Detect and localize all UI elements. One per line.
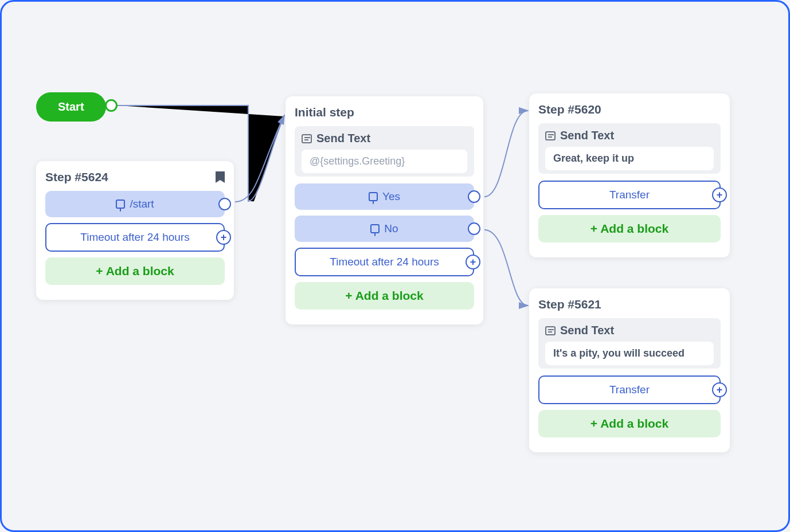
keyboard-block-no[interactable]: No — [295, 216, 474, 242]
step-node-5624[interactable]: Step #5624 /start Timeout after 24 hours… — [36, 161, 234, 300]
add-block-button[interactable]: + Add a block — [295, 282, 474, 310]
node-title: Step #5620 — [538, 103, 601, 116]
chat-icon — [545, 326, 556, 335]
timeout-label: Timeout after 24 hours — [330, 256, 439, 268]
keyboard-icon — [369, 192, 378, 201]
step-node-5621[interactable]: Step #5621 Send Text It's a pity, you wi… — [529, 288, 730, 452]
timeout-label: Timeout after 24 hours — [80, 231, 189, 243]
chat-icon — [302, 134, 312, 143]
send-text-label: Send Text — [316, 132, 370, 145]
add-block-label: + Add a block — [345, 289, 423, 302]
step-node-initial[interactable]: Initial step Send Text @{settings.Greeti… — [286, 96, 483, 324]
timeout-block[interactable]: Timeout after 24 hours + — [295, 248, 474, 276]
send-text-block[interactable]: Send Text It's a pity, you will succeed — [538, 318, 721, 369]
plus-icon[interactable]: + — [712, 187, 727, 202]
transfer-block[interactable]: Transfer + — [538, 181, 721, 209]
start-output-port[interactable] — [105, 99, 118, 112]
add-block-label: + Add a block — [96, 264, 174, 277]
add-block-button[interactable]: + Add a block — [45, 257, 225, 285]
plus-icon[interactable]: + — [466, 255, 480, 269]
add-block-button[interactable]: + Add a block — [538, 215, 721, 242]
start-label: Start — [58, 100, 84, 113]
keyboard-icon — [370, 224, 380, 233]
send-text-label: Send Text — [560, 129, 614, 142]
plus-icon[interactable]: + — [712, 382, 727, 397]
keyboard-label: /start — [130, 198, 154, 210]
timeout-block[interactable]: Timeout after 24 hours + — [45, 223, 225, 252]
output-port[interactable] — [468, 190, 480, 203]
add-block-label: + Add a block — [590, 222, 668, 235]
bookmark-icon — [216, 171, 225, 183]
node-title: Step #5621 — [538, 298, 601, 311]
send-text-body[interactable]: Great, keep it up — [545, 147, 714, 170]
node-title: Initial step — [295, 105, 354, 119]
send-text-block[interactable]: Send Text Great, keep it up — [538, 123, 721, 174]
node-title: Step #5624 — [45, 170, 108, 184]
add-block-label: + Add a block — [590, 417, 668, 430]
start-node[interactable]: Start — [36, 92, 106, 122]
output-port[interactable] — [218, 198, 231, 210]
output-port[interactable] — [468, 222, 480, 235]
add-block-button[interactable]: + Add a block — [538, 410, 721, 437]
send-text-label: Send Text — [560, 324, 614, 337]
keyboard-icon — [116, 200, 125, 209]
send-text-body[interactable]: @{settings.Greeting} — [302, 150, 467, 173]
transfer-label: Transfer — [609, 189, 650, 201]
plus-icon[interactable]: + — [216, 230, 231, 245]
transfer-block[interactable]: Transfer + — [538, 375, 721, 404]
keyboard-label: No — [384, 222, 398, 235]
send-text-block[interactable]: Send Text @{settings.Greeting} — [295, 126, 474, 177]
chat-icon — [545, 131, 556, 140]
keyboard-block-start[interactable]: /start — [45, 191, 225, 217]
send-text-body[interactable]: It's a pity, you will succeed — [545, 342, 714, 365]
transfer-label: Transfer — [609, 384, 650, 396]
flow-canvas[interactable]: Start Step #5624 /start Timeout after 24… — [0, 0, 790, 532]
keyboard-label: Yes — [382, 190, 400, 203]
step-node-5620[interactable]: Step #5620 Send Text Great, keep it up T… — [529, 93, 730, 257]
keyboard-block-yes[interactable]: Yes — [295, 183, 474, 210]
